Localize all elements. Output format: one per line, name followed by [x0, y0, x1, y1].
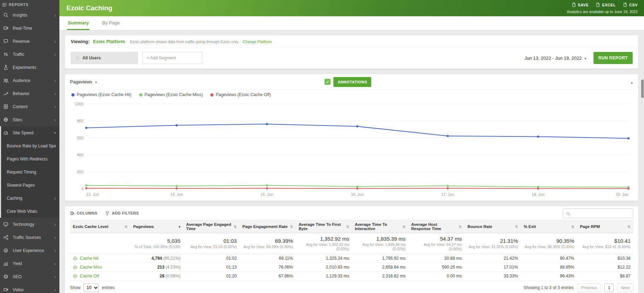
next-page-button[interactable]: Next	[617, 283, 633, 292]
svg-text:0: 0	[81, 187, 83, 191]
cache-level-label: Cache Off	[80, 274, 99, 279]
col-label: Average Host Response Time	[411, 222, 457, 231]
scrollbar-thumb[interactable]	[641, 80, 644, 98]
sort-icon	[515, 225, 518, 229]
sidebar-item-label: User Experience	[13, 248, 54, 253]
columns-button[interactable]: COLUMNS	[70, 211, 97, 216]
add-segment-button[interactable]: + Add Segment	[142, 52, 202, 64]
col-header-bounce-rate[interactable]: Bounce Rate	[464, 220, 521, 233]
date-range-picker[interactable]: Jun 13, 2022 - Jun 19, 2022	[522, 53, 589, 63]
table-search-input[interactable]	[572, 211, 630, 216]
legend-label: Pageviews (Ezoic Cache Hit)	[77, 92, 131, 97]
sidebar-item-insights[interactable]: Insights	[0, 8, 59, 22]
svg-text:200: 200	[77, 170, 83, 174]
sidebar-item-seo[interactable]: SEO	[0, 270, 59, 283]
sidebar-item-caching[interactable]: Caching	[1, 192, 59, 205]
sidebar-item-user-experience[interactable]: User Experience	[0, 244, 59, 257]
cache-level-label: Cache Miss	[80, 265, 102, 270]
page-number-button[interactable]: 1	[604, 283, 614, 292]
excel-button[interactable]: EXCEL	[596, 2, 616, 7]
col-header-page-engagement-rate[interactable]: Page Engagement Rate	[240, 220, 296, 233]
sidebar-item-sites[interactable]: Sites	[0, 113, 59, 126]
sidebar-item-bounce-rate-by-load-speed[interactable]: Bounce Rate by Load Speed	[1, 139, 59, 152]
sidebar-item-label: Traffic Sources	[13, 235, 54, 240]
cell-pageviews: 28 (0.56%)	[130, 272, 183, 281]
viewing-platform: Ezoic Platform	[93, 39, 125, 44]
col-header-pageviews[interactable]: Pageviews	[130, 220, 183, 233]
search-icon	[566, 211, 570, 215]
totals-row: 5,035% of Total: 100.00% (5,035) 01:03Av…	[70, 233, 633, 254]
cache-miss-link[interactable]: Cache Miss	[73, 265, 128, 270]
csv-button[interactable]: CSV	[623, 2, 638, 7]
grip-icon	[75, 55, 80, 60]
sidebar-item-experiments[interactable]: Experiments	[0, 61, 59, 74]
cache-off-link[interactable]: Cache Off	[73, 274, 128, 279]
svg-text:17. Jun: 17. Jun	[441, 192, 454, 197]
sidebar-item-traffic[interactable]: Traffic	[0, 48, 59, 61]
sidebar-item-content[interactable]: Content	[0, 100, 59, 113]
sidebar-item-label: Content	[13, 104, 54, 109]
totals-tti: 1,835.39 msAvg for View: 1,835.39 ms (0.…	[352, 233, 408, 254]
sidebar-item-behavior[interactable]: Behavior	[0, 87, 59, 100]
legend-dot-red	[210, 93, 213, 96]
sidebar-item-traffic-sources[interactable]: Traffic Sources	[0, 231, 59, 244]
previous-page-button[interactable]: Previous	[577, 283, 601, 292]
tab-summary[interactable]: Summary	[67, 16, 89, 30]
sidebar-item-audience[interactable]: Audience	[0, 74, 59, 87]
chevron-right-icon	[54, 91, 56, 96]
metric-dropdown[interactable]: Pageviews	[70, 79, 97, 84]
cache-hit-link[interactable]: Cache Hit	[73, 256, 128, 261]
legend-item-cache-off[interactable]: Pageviews (Ezoic Cache Off)	[210, 92, 271, 97]
save-button[interactable]: SAVE	[572, 2, 589, 7]
sidebar-item-revenue[interactable]: Revenue	[0, 35, 59, 48]
sidebar-item-core-web-vitals[interactable]: Core Web Vitals	[1, 205, 59, 218]
annotations-button[interactable]: ANNOTATIONS	[333, 77, 371, 87]
reports-section-header: REPORTS	[0, 0, 59, 8]
sidebar-item-yield[interactable]: Yield	[0, 257, 59, 270]
show-label: Show	[70, 285, 81, 290]
tab-by-page[interactable]: By Page	[101, 16, 120, 30]
col-header-ezoic-cache-level[interactable]: Ezoic Cache Level	[70, 220, 130, 233]
annotations-checkbox[interactable]	[324, 79, 330, 85]
segments-row: All Users + Add Segment Jun 13, 2022 - J…	[65, 48, 638, 69]
col-header-avg-page-engaged-time[interactable]: Average Page Engaged Time	[183, 220, 240, 233]
sort-icon	[290, 225, 293, 229]
sidebar-item-request-timing[interactable]: Request Timing	[1, 165, 59, 178]
sidebar-item-technology[interactable]: Technology	[0, 218, 59, 231]
run-report-button[interactable]: RUN REPORT	[593, 52, 633, 64]
analytics-availability-note: Analytics are available up to June 19, 2…	[567, 10, 638, 14]
csv-label: CSV	[629, 3, 638, 7]
legend-label: Pageviews (Ezoic Cache Off)	[216, 92, 271, 97]
collapse-chart-icon[interactable]	[631, 79, 633, 86]
col-header-exit[interactable]: % Exit	[521, 220, 577, 233]
col-header-avg-time-to-first-byte[interactable]: Average Time To First Byte	[296, 220, 352, 233]
all-users-segment-chip[interactable]: All Users	[71, 52, 138, 64]
traffic-icon	[3, 52, 8, 57]
smiley-icon	[3, 248, 8, 253]
sidebar-item-site-speed[interactable]: Site Speed	[1, 126, 59, 139]
legend-item-cache-hit[interactable]: Pageviews (Ezoic Cache Hit)	[71, 92, 131, 97]
col-header-avg-host-response-time[interactable]: Average Host Response Time	[408, 220, 464, 233]
sidebar-item-slowest-pages[interactable]: Slowest Pages	[1, 178, 59, 192]
col-header-page-rpm[interactable]: Page RPM	[577, 220, 633, 233]
col-header-avg-time-to-interactive[interactable]: Average Time To Interactive	[352, 220, 408, 233]
sidebar-item-pages-with-redirects[interactable]: Pages With Redirects	[1, 152, 59, 165]
table-row: Cache Off 28 (0.56%) 01:20 67.86% 1,129.…	[70, 272, 633, 281]
cache-level-icon	[73, 256, 77, 261]
entries-select[interactable]: 10	[83, 283, 99, 292]
annotations-control: ANNOTATIONS	[324, 77, 371, 87]
sidebar-item-realtime[interactable]: Real-Time	[0, 22, 59, 35]
change-platform-link[interactable]: Change Platform	[242, 40, 272, 44]
chevron-right-icon	[54, 104, 56, 109]
add-filters-button[interactable]: ADD FILTERS	[105, 211, 139, 216]
sidebar-item-video[interactable]: Video	[0, 283, 59, 293]
chevron-right-icon	[54, 117, 56, 122]
file-icon	[572, 2, 576, 7]
content-icon	[3, 104, 8, 109]
chevron-right-icon	[54, 248, 56, 253]
table-search	[563, 209, 633, 218]
col-label: Average Page Engaged Time	[186, 222, 233, 231]
legend-item-cache-miss[interactable]: Pageviews (Ezoic Cache Miss)	[139, 92, 203, 97]
cell-tti: 1,795.92 ms	[352, 254, 408, 263]
table-card: COLUMNS ADD FILTERS	[65, 206, 638, 293]
